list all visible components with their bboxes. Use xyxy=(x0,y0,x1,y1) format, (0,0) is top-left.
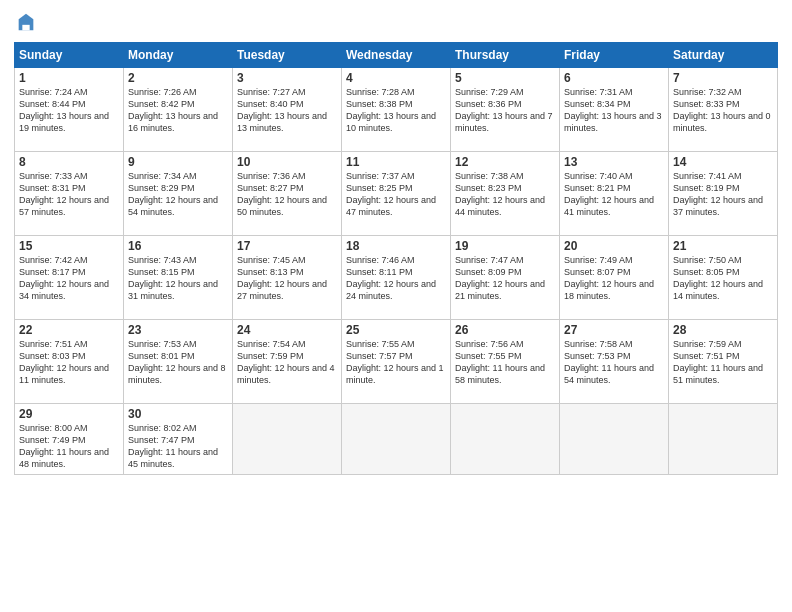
day-cell: 14Sunrise: 7:41 AMSunset: 8:19 PMDayligh… xyxy=(669,152,778,236)
day-info: Sunrise: 7:31 AMSunset: 8:34 PMDaylight:… xyxy=(564,86,664,135)
day-info: Sunrise: 7:49 AMSunset: 8:07 PMDaylight:… xyxy=(564,254,664,303)
day-number: 14 xyxy=(673,155,773,169)
day-number: 29 xyxy=(19,407,119,421)
day-cell xyxy=(560,404,669,475)
day-number: 19 xyxy=(455,239,555,253)
day-cell: 4Sunrise: 7:28 AMSunset: 8:38 PMDaylight… xyxy=(342,68,451,152)
day-info: Sunrise: 7:55 AMSunset: 7:57 PMDaylight:… xyxy=(346,338,446,387)
day-number: 5 xyxy=(455,71,555,85)
day-cell: 6Sunrise: 7:31 AMSunset: 8:34 PMDaylight… xyxy=(560,68,669,152)
week-row-2: 8Sunrise: 7:33 AMSunset: 8:31 PMDaylight… xyxy=(15,152,778,236)
day-number: 25 xyxy=(346,323,446,337)
day-number: 24 xyxy=(237,323,337,337)
day-number: 21 xyxy=(673,239,773,253)
day-cell xyxy=(669,404,778,475)
day-number: 13 xyxy=(564,155,664,169)
day-info: Sunrise: 7:54 AMSunset: 7:59 PMDaylight:… xyxy=(237,338,337,387)
day-number: 17 xyxy=(237,239,337,253)
weekday-header-row: SundayMondayTuesdayWednesdayThursdayFrid… xyxy=(15,43,778,68)
weekday-header-thursday: Thursday xyxy=(451,43,560,68)
day-cell: 27Sunrise: 7:58 AMSunset: 7:53 PMDayligh… xyxy=(560,320,669,404)
day-number: 16 xyxy=(128,239,228,253)
day-info: Sunrise: 7:42 AMSunset: 8:17 PMDaylight:… xyxy=(19,254,119,303)
day-cell: 25Sunrise: 7:55 AMSunset: 7:57 PMDayligh… xyxy=(342,320,451,404)
day-cell: 3Sunrise: 7:27 AMSunset: 8:40 PMDaylight… xyxy=(233,68,342,152)
weekday-header-wednesday: Wednesday xyxy=(342,43,451,68)
logo-icon xyxy=(15,12,37,34)
day-info: Sunrise: 7:24 AMSunset: 8:44 PMDaylight:… xyxy=(19,86,119,135)
week-row-1: 1Sunrise: 7:24 AMSunset: 8:44 PMDaylight… xyxy=(15,68,778,152)
day-cell xyxy=(451,404,560,475)
day-number: 8 xyxy=(19,155,119,169)
calendar-table: SundayMondayTuesdayWednesdayThursdayFrid… xyxy=(14,42,778,475)
day-cell: 12Sunrise: 7:38 AMSunset: 8:23 PMDayligh… xyxy=(451,152,560,236)
day-number: 7 xyxy=(673,71,773,85)
day-info: Sunrise: 7:45 AMSunset: 8:13 PMDaylight:… xyxy=(237,254,337,303)
day-number: 22 xyxy=(19,323,119,337)
day-cell: 18Sunrise: 7:46 AMSunset: 8:11 PMDayligh… xyxy=(342,236,451,320)
day-info: Sunrise: 7:53 AMSunset: 8:01 PMDaylight:… xyxy=(128,338,228,387)
day-info: Sunrise: 7:32 AMSunset: 8:33 PMDaylight:… xyxy=(673,86,773,135)
weekday-header-monday: Monday xyxy=(124,43,233,68)
day-cell: 19Sunrise: 7:47 AMSunset: 8:09 PMDayligh… xyxy=(451,236,560,320)
logo xyxy=(14,12,37,34)
day-cell: 17Sunrise: 7:45 AMSunset: 8:13 PMDayligh… xyxy=(233,236,342,320)
day-info: Sunrise: 7:27 AMSunset: 8:40 PMDaylight:… xyxy=(237,86,337,135)
day-number: 12 xyxy=(455,155,555,169)
day-cell: 28Sunrise: 7:59 AMSunset: 7:51 PMDayligh… xyxy=(669,320,778,404)
day-number: 28 xyxy=(673,323,773,337)
day-number: 15 xyxy=(19,239,119,253)
day-info: Sunrise: 7:43 AMSunset: 8:15 PMDaylight:… xyxy=(128,254,228,303)
day-number: 27 xyxy=(564,323,664,337)
day-cell: 1Sunrise: 7:24 AMSunset: 8:44 PMDaylight… xyxy=(15,68,124,152)
day-cell xyxy=(342,404,451,475)
day-info: Sunrise: 7:34 AMSunset: 8:29 PMDaylight:… xyxy=(128,170,228,219)
day-info: Sunrise: 7:56 AMSunset: 7:55 PMDaylight:… xyxy=(455,338,555,387)
day-info: Sunrise: 7:36 AMSunset: 8:27 PMDaylight:… xyxy=(237,170,337,219)
header xyxy=(14,12,778,34)
day-info: Sunrise: 7:38 AMSunset: 8:23 PMDaylight:… xyxy=(455,170,555,219)
day-cell: 15Sunrise: 7:42 AMSunset: 8:17 PMDayligh… xyxy=(15,236,124,320)
day-cell: 30Sunrise: 8:02 AMSunset: 7:47 PMDayligh… xyxy=(124,404,233,475)
day-number: 3 xyxy=(237,71,337,85)
day-info: Sunrise: 7:37 AMSunset: 8:25 PMDaylight:… xyxy=(346,170,446,219)
day-cell: 13Sunrise: 7:40 AMSunset: 8:21 PMDayligh… xyxy=(560,152,669,236)
day-cell: 20Sunrise: 7:49 AMSunset: 8:07 PMDayligh… xyxy=(560,236,669,320)
day-cell: 22Sunrise: 7:51 AMSunset: 8:03 PMDayligh… xyxy=(15,320,124,404)
day-info: Sunrise: 7:41 AMSunset: 8:19 PMDaylight:… xyxy=(673,170,773,219)
day-info: Sunrise: 8:02 AMSunset: 7:47 PMDaylight:… xyxy=(128,422,228,471)
day-info: Sunrise: 7:50 AMSunset: 8:05 PMDaylight:… xyxy=(673,254,773,303)
day-cell: 11Sunrise: 7:37 AMSunset: 8:25 PMDayligh… xyxy=(342,152,451,236)
day-cell: 8Sunrise: 7:33 AMSunset: 8:31 PMDaylight… xyxy=(15,152,124,236)
day-info: Sunrise: 7:51 AMSunset: 8:03 PMDaylight:… xyxy=(19,338,119,387)
day-number: 26 xyxy=(455,323,555,337)
day-info: Sunrise: 7:58 AMSunset: 7:53 PMDaylight:… xyxy=(564,338,664,387)
day-cell: 24Sunrise: 7:54 AMSunset: 7:59 PMDayligh… xyxy=(233,320,342,404)
day-cell: 5Sunrise: 7:29 AMSunset: 8:36 PMDaylight… xyxy=(451,68,560,152)
day-cell xyxy=(233,404,342,475)
day-number: 30 xyxy=(128,407,228,421)
day-cell: 29Sunrise: 8:00 AMSunset: 7:49 PMDayligh… xyxy=(15,404,124,475)
day-number: 6 xyxy=(564,71,664,85)
day-number: 1 xyxy=(19,71,119,85)
day-info: Sunrise: 7:47 AMSunset: 8:09 PMDaylight:… xyxy=(455,254,555,303)
day-number: 9 xyxy=(128,155,228,169)
day-number: 2 xyxy=(128,71,228,85)
day-cell: 9Sunrise: 7:34 AMSunset: 8:29 PMDaylight… xyxy=(124,152,233,236)
day-info: Sunrise: 7:46 AMSunset: 8:11 PMDaylight:… xyxy=(346,254,446,303)
day-info: Sunrise: 7:59 AMSunset: 7:51 PMDaylight:… xyxy=(673,338,773,387)
day-cell: 10Sunrise: 7:36 AMSunset: 8:27 PMDayligh… xyxy=(233,152,342,236)
day-info: Sunrise: 7:26 AMSunset: 8:42 PMDaylight:… xyxy=(128,86,228,135)
week-row-5: 29Sunrise: 8:00 AMSunset: 7:49 PMDayligh… xyxy=(15,404,778,475)
day-number: 20 xyxy=(564,239,664,253)
page-container: SundayMondayTuesdayWednesdayThursdayFrid… xyxy=(0,0,792,612)
weekday-header-tuesday: Tuesday xyxy=(233,43,342,68)
day-cell: 2Sunrise: 7:26 AMSunset: 8:42 PMDaylight… xyxy=(124,68,233,152)
day-info: Sunrise: 7:33 AMSunset: 8:31 PMDaylight:… xyxy=(19,170,119,219)
day-cell: 26Sunrise: 7:56 AMSunset: 7:55 PMDayligh… xyxy=(451,320,560,404)
day-info: Sunrise: 7:40 AMSunset: 8:21 PMDaylight:… xyxy=(564,170,664,219)
day-info: Sunrise: 7:29 AMSunset: 8:36 PMDaylight:… xyxy=(455,86,555,135)
day-info: Sunrise: 8:00 AMSunset: 7:49 PMDaylight:… xyxy=(19,422,119,471)
day-number: 23 xyxy=(128,323,228,337)
day-info: Sunrise: 7:28 AMSunset: 8:38 PMDaylight:… xyxy=(346,86,446,135)
